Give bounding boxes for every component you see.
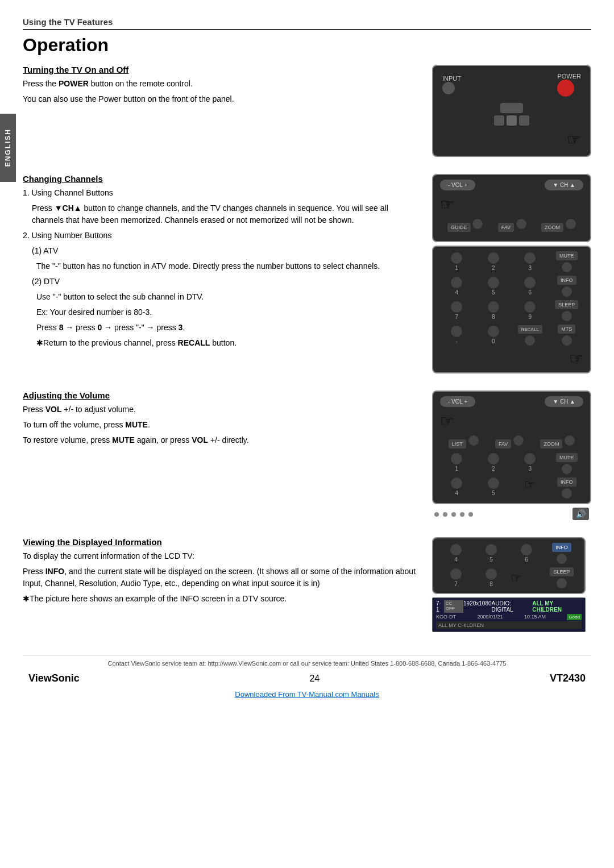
num-4-cell: 4 xyxy=(440,277,474,296)
num-1-btn xyxy=(451,252,462,264)
sleep-btn: SLEEP xyxy=(555,300,578,309)
turning-on-off-section: Turning the TV On and Off Press the POWE… xyxy=(23,65,591,160)
v-hand-area: ☞ xyxy=(513,477,547,499)
i-info-circle xyxy=(557,554,567,564)
adjusting-volume-section: Adjusting the Volume Press VOL +/- to ad… xyxy=(23,391,591,524)
nav-right-btn xyxy=(519,115,529,126)
hand-vol-area: ☞ xyxy=(440,412,583,430)
hand-ch-icon: ☞ xyxy=(440,195,454,214)
input-button xyxy=(442,82,455,94)
num-4-label: 4 xyxy=(455,289,458,296)
remote-top-illustration: INPUT POWER xyxy=(432,65,591,157)
num-5-cell: 5 xyxy=(477,277,511,296)
good-label: Good xyxy=(567,614,582,620)
footer-page-number: 24 xyxy=(309,674,320,684)
hand-vol-num-icon: ☞ xyxy=(524,477,536,492)
vol-p1: Press VOL +/- to adjust volume. xyxy=(23,404,421,416)
guide-circle xyxy=(472,219,483,229)
i-num-8: 8 xyxy=(475,568,507,587)
section-header: Using the TV Features xyxy=(23,17,591,30)
numpad-remote-illustration: 1 2 3 MUTE xyxy=(432,246,591,373)
num-3-cell: 3 xyxy=(513,252,547,271)
viewing-info-section: Viewing the Displayed Information To dis… xyxy=(23,537,591,632)
fav-col2: FAV xyxy=(495,434,524,448)
i-num-8-btn xyxy=(486,568,497,580)
download-link-anchor[interactable]: Downloaded From TV-Manual.com Manuals xyxy=(235,690,379,699)
v-num-4-lbl: 4 xyxy=(455,490,458,496)
fav-col: FAV xyxy=(498,217,526,232)
page-title: Operation xyxy=(23,35,591,56)
power-label: POWER xyxy=(557,73,581,80)
zoom-btn: ZOOM xyxy=(541,223,563,232)
fav-circle xyxy=(516,219,526,229)
i-num-5-lbl: 5 xyxy=(489,556,493,563)
v-num-5-btn xyxy=(488,477,499,489)
i-num-8-lbl: 8 xyxy=(489,581,493,587)
num-6-label: 6 xyxy=(528,289,532,296)
ch-pill2: ▼ CH ▲ xyxy=(545,396,583,407)
i-num-6: 6 xyxy=(511,544,542,563)
dot-4 xyxy=(460,512,464,517)
num-1-label: 1 xyxy=(455,265,458,271)
num-8-label: 8 xyxy=(492,314,495,320)
zoom-btn2: ZOOM xyxy=(540,439,562,448)
info-screen-top-row: 7-1 CC OFF 1920x1080 AUDIO: DIGITAL ALL … xyxy=(436,600,582,613)
num-2-cell: 2 xyxy=(477,252,511,271)
num-8-btn xyxy=(488,301,499,313)
num-1-cell: 1 xyxy=(440,252,474,271)
v-num-2-lbl: 2 xyxy=(492,466,495,472)
v-num-5-lbl: 5 xyxy=(492,490,495,496)
i-num-4-lbl: 4 xyxy=(454,556,458,563)
viewing-info-text: Viewing the Displayed Information To dis… xyxy=(23,537,432,608)
hand-num-icon: ☞ xyxy=(569,349,583,368)
mute-cell: MUTE xyxy=(550,251,584,272)
channel-number: 7-1 xyxy=(436,600,444,613)
audio-text: AUDIO: DIGITAL xyxy=(492,600,533,613)
ch-item2a-text: The "-" button has no function in ATV mo… xyxy=(36,260,421,272)
num-7-btn xyxy=(451,301,462,313)
num-6-btn xyxy=(524,277,536,288)
nav-up-btn xyxy=(500,103,523,113)
num-3-btn xyxy=(524,252,536,264)
num-dash-btn xyxy=(451,326,462,337)
speaker-icon: 🔊 xyxy=(572,508,589,520)
input-label: INPUT xyxy=(442,75,461,82)
num-7-cell: 7 xyxy=(440,301,474,320)
num-2-btn xyxy=(488,252,499,264)
nav-center-btn xyxy=(507,115,517,126)
v-num-3-btn xyxy=(524,453,536,464)
num-4-btn xyxy=(451,277,462,288)
changing-channels-text: Changing Channels 1. Using Channel Butto… xyxy=(23,174,432,352)
num-3-label: 3 xyxy=(528,265,532,271)
cc-label: CC OFF xyxy=(444,600,463,613)
station-name: KGO-DT xyxy=(436,614,456,620)
list-fav-zoom-row: LIST FAV ZOOM xyxy=(440,434,583,448)
vol-ch-row2: - VOL + ▼ CH ▲ xyxy=(440,396,583,407)
nav-buttons xyxy=(494,103,529,126)
num-dash-label: - xyxy=(456,338,458,344)
recall-btn: RECALL xyxy=(518,325,542,334)
recall-circle xyxy=(525,335,535,346)
num-0-label: 0 xyxy=(492,338,495,344)
v-mute-cell: MUTE xyxy=(550,453,584,474)
guide-fav-zoom-row: GUIDE FAV ZOOM xyxy=(440,217,583,232)
download-link[interactable]: Downloaded From TV-Manual.com Manuals xyxy=(23,690,591,704)
nav-lr-row xyxy=(494,115,529,126)
v-num-2-btn xyxy=(488,453,499,464)
recall-cell: RECALL xyxy=(513,325,547,346)
footer-model: VT2430 xyxy=(550,672,586,684)
num-8-cell: 8 xyxy=(477,301,511,320)
num-2-label: 2 xyxy=(492,265,495,271)
ch-pill: ▼ CH ▲ xyxy=(545,180,583,190)
info-remote-illustration: 4 5 6 INFO xyxy=(432,537,586,594)
mts-cell: MTS xyxy=(550,325,584,346)
info-p1: To display the current information of th… xyxy=(23,550,421,562)
all-my-children-label: ALL MY CHILDREN xyxy=(438,622,484,628)
hand-info-icon: ☞ xyxy=(511,571,522,585)
i-sleep-circle xyxy=(557,578,567,588)
ch-item2a-label: (1) ATV xyxy=(32,245,421,257)
num-6-cell: 6 xyxy=(513,277,547,296)
i-sleep-cell: SLEEP xyxy=(546,567,578,588)
viewing-info-title: Viewing the Displayed Information xyxy=(23,537,421,547)
adjusting-volume-text: Adjusting the Volume Press VOL +/- to ad… xyxy=(23,391,432,450)
